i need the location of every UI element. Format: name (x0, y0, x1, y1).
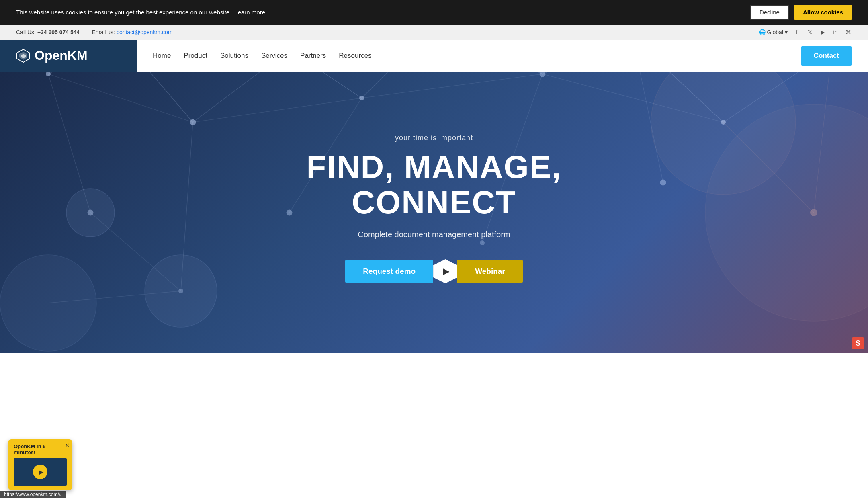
nav-link-partners[interactable]: Partners (300, 52, 326, 59)
svg-point-43 (88, 210, 94, 216)
watermark: S (852, 337, 864, 349)
hero-tagline: your time is important (307, 134, 562, 142)
cookie-buttons: Decline Allow cookies (750, 5, 852, 20)
svg-line-18 (48, 72, 121, 74)
hero-title-line2: CONNECT (352, 184, 516, 220)
hero-content: your time is important FIND, MANAGE, CON… (307, 134, 562, 283)
allow-cookies-button[interactable]: Allow cookies (794, 5, 852, 20)
cookie-banner: This website uses cookies to ensure you … (0, 0, 868, 25)
nav-link-solutions[interactable]: Solutions (220, 52, 248, 59)
nav-item-resources[interactable]: Resources (339, 52, 371, 60)
nav-item-home[interactable]: Home (153, 52, 171, 60)
svg-line-27 (48, 74, 193, 122)
svg-point-44 (178, 289, 183, 293)
svg-line-34 (48, 74, 90, 213)
webinar-button[interactable]: Webinar (457, 260, 523, 283)
contact-info: Call Us: +34 605 074 544 Email us: conta… (16, 29, 172, 35)
main-nav: Home Product Solutions Services Partners… (137, 40, 868, 72)
nav-item-services[interactable]: Services (261, 52, 287, 60)
hero-title-line1: FIND, MANAGE, (307, 149, 562, 185)
header: OpenKM Home Product Solutions Services P… (0, 40, 868, 72)
svg-line-31 (362, 74, 542, 98)
svg-point-47 (660, 180, 666, 186)
nav-link-resources[interactable]: Resources (339, 52, 371, 59)
svg-point-48 (810, 209, 817, 216)
email-label: Email us: contact@openkm.com (92, 29, 172, 35)
watermark-icon: S (852, 337, 864, 349)
logo-text: OpenKM (35, 48, 88, 63)
svg-line-20 (193, 72, 289, 122)
request-demo-button[interactable]: Request demo (345, 260, 433, 283)
nav-link-product[interactable]: Product (184, 52, 207, 59)
phone-number: +34 605 074 544 (37, 29, 80, 35)
cookie-message: This website uses cookies to ensure you … (16, 9, 265, 16)
logo-icon (16, 49, 31, 63)
hero-title: FIND, MANAGE, CONNECT (307, 150, 562, 220)
chevron-down-icon: ▾ (785, 29, 788, 35)
contact-button[interactable]: Contact (801, 46, 852, 66)
svg-line-19 (121, 72, 193, 122)
top-bar-right: 🌐 Global ▾ f 𝕏 ▶ in ⌘ (759, 29, 852, 36)
globe-icon: 🌐 (759, 29, 766, 35)
hero-subtitle: Complete document management platform (307, 230, 562, 239)
cookie-text: This website uses cookies to ensure you … (16, 9, 231, 16)
linkedin-icon[interactable]: in (832, 29, 839, 36)
facebook-icon[interactable]: f (793, 29, 800, 36)
twitter-icon[interactable]: 𝕏 (806, 29, 813, 36)
nav-item-partners[interactable]: Partners (300, 52, 326, 60)
nav-link-services[interactable]: Services (261, 52, 287, 59)
svg-line-38 (90, 213, 181, 291)
hero-section: your time is important FIND, MANAGE, CON… (0, 72, 868, 353)
global-label: Global (767, 29, 783, 35)
decline-button[interactable]: Decline (750, 5, 789, 20)
call-label: Call Us: +34 605 074 544 (16, 29, 80, 35)
play-button[interactable]: ▶ (433, 259, 457, 283)
svg-point-45 (287, 210, 293, 216)
hero-buttons: Request demo ▶ Webinar (307, 259, 562, 283)
svg-line-22 (362, 72, 434, 98)
svg-line-24 (542, 72, 633, 74)
play-icon: ▶ (443, 266, 450, 277)
svg-line-23 (434, 72, 542, 74)
nav-link-home[interactable]: Home (153, 52, 171, 59)
youtube-icon[interactable]: ▶ (819, 29, 826, 36)
logo: OpenKM (16, 48, 88, 63)
email-link[interactable]: contact@openkm.com (117, 29, 173, 35)
rss-icon[interactable]: ⌘ (845, 29, 852, 36)
nav-links: Home Product Solutions Services Partners… (153, 52, 372, 60)
global-selector[interactable]: 🌐 Global ▾ (759, 29, 788, 35)
svg-line-21 (289, 72, 362, 98)
learn-more-link[interactable]: Learn more (234, 9, 265, 16)
nav-item-solutions[interactable]: Solutions (220, 52, 248, 60)
logo-area: OpenKM (0, 40, 137, 72)
nav-item-product[interactable]: Product (184, 52, 207, 60)
top-bar: Call Us: +34 605 074 544 Email us: conta… (0, 25, 868, 40)
svg-line-29 (193, 98, 362, 122)
